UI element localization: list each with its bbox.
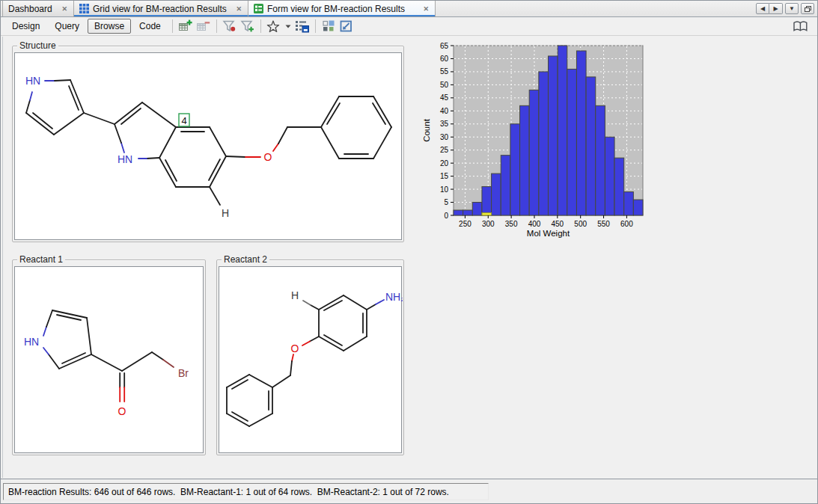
pop-out-window-icon xyxy=(339,19,353,33)
restore-icon xyxy=(805,6,811,12)
mode-design-button[interactable]: Design xyxy=(5,19,46,34)
toolbar-separator xyxy=(260,19,261,33)
reactant1-canvas[interactable]: HN O Br xyxy=(14,266,204,453)
favorites-star-icon xyxy=(266,19,281,34)
svg-text:25: 25 xyxy=(440,146,449,154)
svg-text:350: 350 xyxy=(505,220,518,228)
favorites-star-button[interactable] xyxy=(266,18,282,34)
ether-o-label: O xyxy=(291,342,299,354)
carbonyl-o-label: O xyxy=(118,405,126,417)
pyrrole-nh-label: HN xyxy=(25,75,40,87)
tab-nav-controls: ◀ ▶ ▼ xyxy=(756,3,814,14)
tab-back-button[interactable]: ◀ xyxy=(756,3,769,14)
tab-label: Grid view for BM-reaction Results xyxy=(93,4,231,14)
mode-code-button[interactable]: Code xyxy=(132,19,168,34)
remove-table-icon xyxy=(196,19,210,33)
filter-add-button[interactable] xyxy=(239,18,256,34)
form-view-page: Structure xyxy=(2,37,817,478)
filter-highlight-icon xyxy=(222,19,237,33)
status-bar: BM-reaction Results: 646 out of 646 rows… xyxy=(1,479,817,503)
svg-text:250: 250 xyxy=(459,220,471,228)
svg-text:20: 20 xyxy=(440,159,449,168)
svg-text:65: 65 xyxy=(440,42,449,50)
layout-tiles-button[interactable] xyxy=(320,18,337,34)
panel-title: Reactant 2 xyxy=(222,254,269,265)
structure-molecule: 4 HN HN O H xyxy=(15,53,403,241)
filter-highlight-button[interactable] xyxy=(222,18,238,34)
reactant1-molecule: HN O Br xyxy=(15,267,204,454)
form-properties-button[interactable] xyxy=(294,18,311,34)
toolbar-separator xyxy=(315,19,316,33)
reactant1-panel: Reactant 1 xyxy=(12,259,206,455)
row-count-text: BM-reaction Results: 646 out of 646 rows… xyxy=(8,487,449,497)
tab-list-dropdown-button[interactable]: ▼ xyxy=(785,3,799,14)
reactant2-canvas[interactable]: H NH₂ O xyxy=(219,266,402,453)
toolbar-separator xyxy=(172,19,173,33)
restore-window-button[interactable] xyxy=(801,3,814,14)
form-view-icon xyxy=(254,4,263,13)
structure-panel: Structure xyxy=(12,46,404,242)
toolbar: Design Query Browse Code xyxy=(1,17,817,36)
filter-add-icon xyxy=(240,19,255,33)
pyrrole-nh-label: HN xyxy=(24,336,39,348)
application-window: Dashboard ✕ Grid view for BM-reaction Re… xyxy=(0,0,818,504)
toolbar-separator xyxy=(216,19,217,33)
svg-text:Mol Weight: Mol Weight xyxy=(527,229,570,238)
close-icon[interactable]: ✕ xyxy=(235,5,242,13)
amine-label: NH₂ xyxy=(385,291,403,303)
panel-title: Reactant 1 xyxy=(17,254,65,265)
svg-text:35: 35 xyxy=(440,120,449,128)
svg-text:50: 50 xyxy=(440,81,449,89)
row-count-field: BM-reaction Results: 646 out of 646 rows… xyxy=(3,483,489,500)
svg-text:450: 450 xyxy=(551,220,564,228)
svg-text:40: 40 xyxy=(440,107,449,115)
atom-map-number: 4 xyxy=(181,115,186,126)
svg-text:60: 60 xyxy=(440,55,449,63)
svg-text:300: 300 xyxy=(482,220,495,228)
structure-canvas[interactable]: 4 HN HN O H xyxy=(14,52,402,240)
bromine-label: Br xyxy=(178,367,189,379)
explicit-h-label: H xyxy=(291,289,299,301)
svg-text:400: 400 xyxy=(528,220,541,228)
notebook-icon xyxy=(793,20,808,33)
svg-text:45: 45 xyxy=(440,93,449,102)
svg-text:10: 10 xyxy=(440,185,449,194)
ether-o-label: O xyxy=(264,151,272,163)
close-icon[interactable]: ✕ xyxy=(61,5,68,13)
add-table-icon xyxy=(178,19,192,33)
mode-query-button[interactable]: Query xyxy=(48,19,86,34)
add-table-button[interactable] xyxy=(177,18,194,34)
tab-dashboard[interactable]: Dashboard ✕ xyxy=(2,1,74,16)
form-properties-icon xyxy=(295,19,309,33)
reactant2-panel: Reactant 2 xyxy=(216,259,404,455)
svg-text:Count: Count xyxy=(422,118,431,141)
pop-out-window-button[interactable] xyxy=(338,18,355,34)
tab-form-view[interactable]: Form view for BM-reaction Results ✕ xyxy=(248,1,436,16)
mode-browse-button[interactable]: Browse xyxy=(88,19,131,34)
svg-text:55: 55 xyxy=(440,67,449,76)
svg-text:5: 5 xyxy=(444,198,448,206)
svg-text:500: 500 xyxy=(574,220,587,228)
svg-text:550: 550 xyxy=(597,220,610,228)
tab-forward-button[interactable]: ▶ xyxy=(769,3,783,14)
grid-view-icon xyxy=(79,4,89,13)
svg-text:600: 600 xyxy=(620,220,633,228)
indole-nh-label: HN xyxy=(117,153,132,165)
remove-table-button[interactable] xyxy=(195,18,212,34)
reactant2-molecule: H NH₂ O xyxy=(219,267,403,454)
favorites-dropdown-button[interactable] xyxy=(284,18,293,34)
svg-text:0: 0 xyxy=(444,212,448,220)
tab-bar: Dashboard ✕ Grid view for BM-reaction Re… xyxy=(1,1,817,17)
explicit-h-label: H xyxy=(222,207,229,219)
close-icon[interactable]: ✕ xyxy=(422,5,430,13)
svg-text:30: 30 xyxy=(440,133,449,141)
svg-text:15: 15 xyxy=(440,172,449,180)
chevron-down-icon xyxy=(285,25,291,28)
layout-tiles-icon xyxy=(322,19,335,33)
tab-label: Dashboard xyxy=(8,4,57,14)
notebook-button[interactable] xyxy=(792,18,808,34)
molweight-histogram[interactable]: 0510152025303540455055606525030035040045… xyxy=(419,38,653,249)
tab-grid-view[interactable]: Grid view for BM-reaction Results ✕ xyxy=(74,1,248,16)
panel-title: Structure xyxy=(17,40,58,51)
tab-label: Form view for BM-reaction Results xyxy=(267,4,418,14)
